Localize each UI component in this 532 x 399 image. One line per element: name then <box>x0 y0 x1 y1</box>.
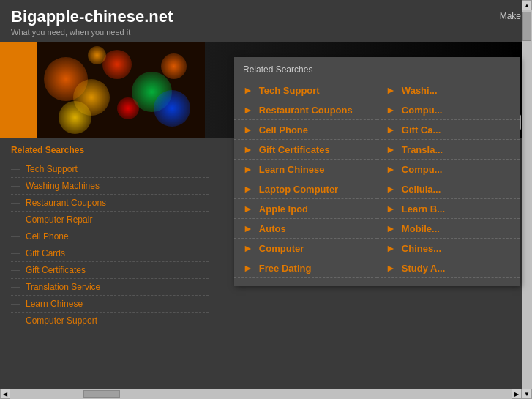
overlay-link-label[interactable]: Study A... <box>402 263 445 274</box>
overlay-link-label[interactable]: Free Dating <box>259 263 312 274</box>
overlay-item-restaurant[interactable]: ► Restaurant Coupons <box>234 100 377 120</box>
overlay-item-transla[interactable]: ► Transla... <box>377 140 520 160</box>
overlay-grid: ► Tech Support ► Washi... ► Restaurant C… <box>234 81 520 278</box>
overlay-arrow-icon: ► <box>386 203 396 215</box>
overlay-item-washing[interactable]: ► Washi... <box>377 81 520 100</box>
overlay-arrow-icon: ► <box>243 223 253 234</box>
overlay-item-free-dating[interactable]: ► Free Dating <box>234 258 377 278</box>
sidebar-item-gift-certificates[interactable]: — Gift Certificates <box>11 262 209 279</box>
arrow-icon: — <box>11 215 20 225</box>
hero-image <box>37 42 205 138</box>
overlay-item-cell-phone[interactable]: ► Cell Phone <box>234 120 377 140</box>
overlay-item-autos[interactable]: ► Autos <box>234 219 377 239</box>
sidebar-item-restaurant-coupons[interactable]: — Restaurant Coupons <box>11 195 209 212</box>
sidebar-link-label[interactable]: Translation Service <box>26 282 100 292</box>
sidebar-item-translation-service[interactable]: — Translation Service <box>11 279 209 296</box>
overlay-arrow-icon: ► <box>386 242 396 254</box>
overlay-arrow-icon: ► <box>386 223 396 234</box>
overlay-item-chines[interactable]: ► Chines... <box>377 239 520 258</box>
overlay-link-label[interactable]: Restaurant Coupons <box>259 105 353 116</box>
overlay-item-gift-ca[interactable]: ► Gift Ca... <box>377 120 520 140</box>
overlay-link-label[interactable]: Tech Support <box>259 85 320 96</box>
overlay-arrow-icon: ► <box>243 183 253 195</box>
overlay-link-label[interactable]: Laptop Computer <box>259 184 338 195</box>
right-arrow-icon: ▶ <box>514 391 519 398</box>
sidebar-link-label[interactable]: Learn Chinese <box>26 299 83 309</box>
sidebar-item-learn-chinese[interactable]: — Learn Chinese <box>11 296 209 313</box>
sidebar-item-computer-support[interactable]: — Computer Support <box>11 313 209 329</box>
overlay-link-label[interactable]: Gift Ca... <box>402 124 441 135</box>
overlay-link-label[interactable]: Computer <box>259 243 304 254</box>
overlay-panel: Related Searches ► Tech Support ► Washi.… <box>234 57 520 286</box>
overlay-arrow-icon: ► <box>243 143 253 155</box>
arrow-icon: — <box>11 231 20 242</box>
sidebar-item-gift-cards[interactable]: — Gift Cards <box>11 245 209 262</box>
overlay-item-computer[interactable]: ► Computer <box>234 239 377 258</box>
sidebar-link-label[interactable]: Washing Machines <box>26 181 100 191</box>
vertical-scrollbar[interactable]: ▲ ▼ <box>522 0 532 399</box>
overlay-link-label[interactable]: Mobile... <box>402 223 440 234</box>
scroll-right-button[interactable]: ▶ <box>512 389 522 399</box>
overlay-item-gift-cert[interactable]: ► Gift Certificates <box>234 140 377 160</box>
overlay-link-label[interactable]: Learn B... <box>402 204 445 215</box>
overlay-link-label[interactable]: Apple Ipod <box>259 204 308 215</box>
overlay-arrow-icon: ► <box>243 163 253 175</box>
left-arrow-icon: ◀ <box>3 391 7 398</box>
overlay-item-apple-ipod[interactable]: ► Apple Ipod <box>234 199 377 219</box>
sidebar-link-label[interactable]: Gift Certificates <box>26 265 86 275</box>
overlay-link-label[interactable]: Compu... <box>402 164 443 175</box>
overlay-item-learn-chinese[interactable]: ► Learn Chinese <box>234 160 377 179</box>
overlay-item-tech-support[interactable]: ► Tech Support <box>234 81 377 100</box>
arrow-icon: — <box>11 164 20 174</box>
overlay-arrow-icon: ► <box>386 124 396 135</box>
sidebar-item-washing-machines[interactable]: — Washing Machines <box>11 178 209 195</box>
overlay-arrow-icon: ► <box>243 104 253 116</box>
sidebar-link-label[interactable]: Computer Support <box>26 316 97 326</box>
site-title: Bigapple-chinese.net <box>11 7 173 26</box>
scroll-down-button[interactable]: ▼ <box>522 389 532 399</box>
scroll-up-button[interactable]: ▲ <box>522 0 532 10</box>
sidebar-link-label[interactable]: Restaurant Coupons <box>26 198 106 208</box>
sidebar-link-label[interactable]: Gift Cards <box>26 248 65 258</box>
overlay-arrow-icon: ► <box>386 262 396 274</box>
overlay-arrow-icon: ► <box>386 104 396 116</box>
scroll-left-button[interactable]: ◀ <box>0 389 10 399</box>
hscroll-thumb[interactable] <box>83 390 120 398</box>
overlay-link-label[interactable]: Chines... <box>402 243 441 254</box>
overlay-link-label[interactable]: Autos <box>259 223 286 234</box>
overlay-link-label[interactable]: Cell Phone <box>259 124 308 135</box>
sidebar-title: Related Searches <box>11 145 209 155</box>
arrow-icon: — <box>11 316 20 326</box>
overlay-link-label[interactable]: Gift Certificates <box>259 144 330 155</box>
overlay-item-study-a[interactable]: ► Study A... <box>377 258 520 278</box>
sidebar-item-computer-repair[interactable]: — Computer Repair <box>11 212 209 228</box>
sidebar-link-label[interactable]: Computer Repair <box>26 215 92 225</box>
sidebar-item-tech-support[interactable]: — Tech Support <box>11 161 209 178</box>
main-content: Related Searches — Tech Support — Washin… <box>0 138 532 394</box>
sidebar-link-label[interactable]: Cell Phone <box>26 231 69 242</box>
overlay-item-cellula[interactable]: ► Cellula... <box>377 179 520 199</box>
sidebar-item-cell-phone[interactable]: — Cell Phone <box>11 228 209 245</box>
overlay-item-compu2[interactable]: ► Compu... <box>377 160 520 179</box>
horizontal-scrollbar[interactable]: ◀ ▶ <box>0 389 522 399</box>
overlay-item-computer-r[interactable]: ► Compu... <box>377 100 520 120</box>
arrow-icon: — <box>11 265 20 275</box>
overlay-link-label[interactable]: Transla... <box>402 144 443 155</box>
overlay-item-laptop[interactable]: ► Laptop Computer <box>234 179 377 199</box>
overlay-link-label[interactable]: Learn Chinese <box>259 164 325 175</box>
sidebar-link-label[interactable]: Tech Support <box>26 164 78 174</box>
overlay-link-label[interactable]: Compu... <box>402 105 443 116</box>
scroll-thumb[interactable] <box>522 12 531 41</box>
arrow-icon: — <box>11 299 20 309</box>
overlay-arrow-icon: ► <box>243 242 253 254</box>
orange-accent-bar <box>0 42 37 138</box>
overlay-arrow-icon: ► <box>386 84 396 96</box>
overlay-link-label[interactable]: Cellula... <box>402 184 441 195</box>
up-arrow-icon: ▲ <box>524 2 530 9</box>
overlay-link-label[interactable]: Washi... <box>402 85 438 96</box>
overlay-item-mobile[interactable]: ► Mobile... <box>377 219 520 239</box>
down-arrow-icon: ▼ <box>524 391 530 398</box>
overlay-item-learn-b[interactable]: ► Learn B... <box>377 199 520 219</box>
arrow-icon: — <box>11 181 20 191</box>
header: Bigapple-chinese.net What you need, when… <box>0 0 532 42</box>
